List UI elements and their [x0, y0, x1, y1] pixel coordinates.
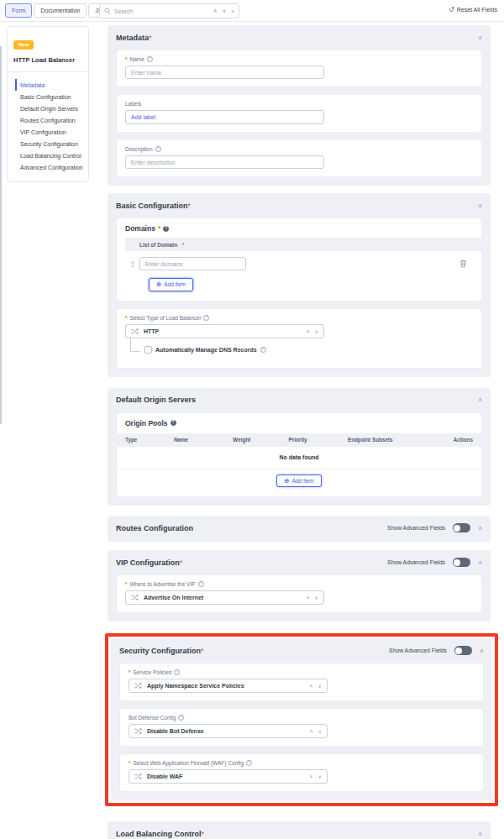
required-mark: * [202, 830, 205, 838]
collapse-vip-icon[interactable]: ∧ [478, 559, 482, 566]
collapse-basic-icon[interactable]: ∧ [478, 202, 482, 209]
collapse-metadata-icon[interactable]: ∧ [478, 34, 482, 41]
required-mark: * [125, 581, 128, 587]
search-prev-icon[interactable]: ∧ [213, 8, 218, 14]
required-mark: * [182, 242, 185, 248]
clear-icon[interactable]: × [310, 683, 313, 689]
search-next-icon[interactable]: ∨ [222, 8, 226, 14]
chevron-down-icon[interactable]: ∨ [315, 328, 318, 334]
waf-value: Disable WAF [147, 773, 305, 779]
lb-type-label: Select Type of Load Balancer [130, 315, 202, 321]
sidebar: New HTTP Load Balancer Metadata Basic Co… [7, 26, 89, 182]
domains-title: Domains [125, 224, 155, 233]
add-label-button[interactable]: Add label [131, 114, 155, 120]
labels-field-label: Labels [125, 101, 141, 107]
info-icon[interactable]: ? [147, 56, 153, 62]
search-input[interactable] [114, 8, 210, 14]
vip-advertise-card: *Where to Advertise the VIP? Advertise O… [116, 574, 482, 613]
labels-input[interactable]: Add label [125, 110, 324, 124]
description-input[interactable] [125, 155, 324, 169]
security-highlight-annotation: Security Configuration* Show Advanced Fi… [105, 633, 498, 806]
sidebar-item-vip-configuration[interactable]: VIP Configuration [15, 126, 88, 138]
section-origin-title: Default Origin Servers [116, 396, 196, 404]
add-domain-item-button[interactable]: ⊕Add item [149, 278, 193, 291]
info-icon[interactable]: ? [260, 347, 266, 353]
info-icon[interactable]: ? [174, 669, 180, 675]
waf-select[interactable]: Disable WAF × ∨ [129, 769, 328, 784]
sidebar-item-security-configuration[interactable]: Security Configuration [15, 138, 88, 149]
page-scrollbar[interactable] [0, 46, 2, 424]
service-policies-select[interactable]: Apply Namespace Service Policies × ∨ [129, 679, 328, 693]
sidebar-item-basic-configuration[interactable]: Basic Configuration [15, 91, 88, 102]
move-down-icon[interactable]: ∨ [131, 264, 134, 268]
chevron-down-icon[interactable]: ∨ [315, 595, 318, 600]
required-mark: * [125, 315, 128, 321]
info-icon[interactable]: ? [155, 146, 161, 152]
name-input[interactable] [125, 66, 324, 79]
reset-icon: ↺ [449, 6, 454, 13]
domain-input[interactable] [139, 257, 246, 270]
required-mark: * [125, 56, 128, 62]
sidebar-item-load-balancing-control[interactable]: Load Balancing Control [15, 149, 88, 161]
collapse-routes-icon[interactable]: ∧ [478, 525, 482, 532]
clear-icon[interactable]: × [310, 773, 313, 779]
chevron-down-icon[interactable]: ∨ [318, 683, 322, 689]
collapse-security-icon[interactable]: ∧ [480, 648, 484, 654]
chevron-down-icon[interactable]: ∨ [318, 773, 322, 779]
origin-pools-card: Origin Pools? Type Name Weight Priority … [116, 412, 482, 498]
manage-dns-checkbox[interactable] [144, 346, 152, 354]
search-close-icon[interactable]: × [231, 8, 234, 14]
required-mark: * [129, 760, 131, 766]
required-mark: * [188, 202, 192, 210]
sidebar-title: HTTP Load Balancer [13, 56, 82, 64]
collapse-origin-icon[interactable]: ∧ [478, 396, 482, 403]
info-icon[interactable]: ? [171, 420, 176, 426]
oneof-selector-icon [134, 682, 142, 690]
tab-documentation[interactable]: Documentation [34, 3, 87, 18]
chevron-down-icon[interactable]: ∨ [318, 728, 322, 734]
info-icon[interactable]: ? [203, 315, 209, 321]
column-endpoint-subsets: Endpoint Subsets [348, 437, 445, 443]
info-icon[interactable]: ? [246, 760, 252, 766]
security-toggle-label: Show Advanced Fields [389, 648, 447, 653]
clear-icon[interactable]: × [310, 728, 313, 734]
lb-type-select[interactable]: HTTP × ∨ [125, 324, 324, 338]
vip-advertise-select[interactable]: Advertise On Internet × ∨ [125, 590, 324, 605]
plus-circle-icon: ⊕ [156, 281, 161, 288]
collapse-lb-control-icon[interactable]: ∧ [478, 831, 482, 837]
service-policies-label: Service Policies [134, 669, 172, 675]
info-icon[interactable]: ? [198, 581, 204, 587]
search-box[interactable]: ∧ ∨ × [99, 3, 239, 18]
top-bar: Form Documentation JSON ∧ ∨ × ↺ Reset Al… [0, 0, 504, 22]
reset-all-fields-button[interactable]: ↺ Reset All Fields [449, 6, 497, 13]
oneof-selector-icon [131, 328, 139, 335]
routes-advanced-toggle[interactable] [453, 523, 470, 532]
tab-form[interactable]: Form [5, 3, 32, 18]
vip-advanced-toggle[interactable] [453, 558, 470, 567]
bot-defense-select[interactable]: Disable Bot Defense × ∨ [129, 724, 328, 738]
required-mark: * [149, 34, 152, 42]
section-lb-control-title: Load Balancing Control [116, 830, 202, 838]
reorder-handle[interactable]: ∧ ∨ [131, 260, 134, 268]
name-field-label: Name [130, 56, 144, 62]
info-icon[interactable]: ? [178, 715, 184, 721]
clear-icon[interactable]: × [307, 328, 310, 334]
lb-type-card: *Select Type of Load Balancer? HTTP × ∨ … [116, 308, 482, 369]
security-advanced-toggle[interactable] [454, 646, 472, 655]
sidebar-item-default-origin-servers[interactable]: Default Origin Servers [15, 102, 88, 114]
service-policies-value: Apply Namespace Service Policies [147, 683, 305, 689]
column-name: Name [174, 437, 233, 443]
section-security-configuration: Security Configuration* Show Advanced Fi… [111, 638, 492, 800]
service-policies-card: *Service Policies? Apply Namespace Servi… [119, 663, 484, 701]
tree-connector [130, 337, 140, 352]
sidebar-item-routes-configuration[interactable]: Routes Configuration [15, 114, 88, 126]
section-security-title: Security Configuration [119, 647, 201, 655]
info-icon[interactable]: ? [163, 226, 169, 232]
clear-icon[interactable]: × [307, 595, 310, 600]
empty-table-message: No data found [117, 447, 481, 469]
sidebar-item-advanced-configuration[interactable]: Advanced Configuration [15, 161, 88, 173]
add-origin-pool-button[interactable]: ⊕Add Item [276, 475, 321, 488]
sidebar-item-metadata[interactable]: Metadata [15, 79, 88, 91]
trash-icon[interactable] [459, 260, 467, 268]
vip-advertise-label: Where to Advertise the VIP [130, 581, 196, 587]
